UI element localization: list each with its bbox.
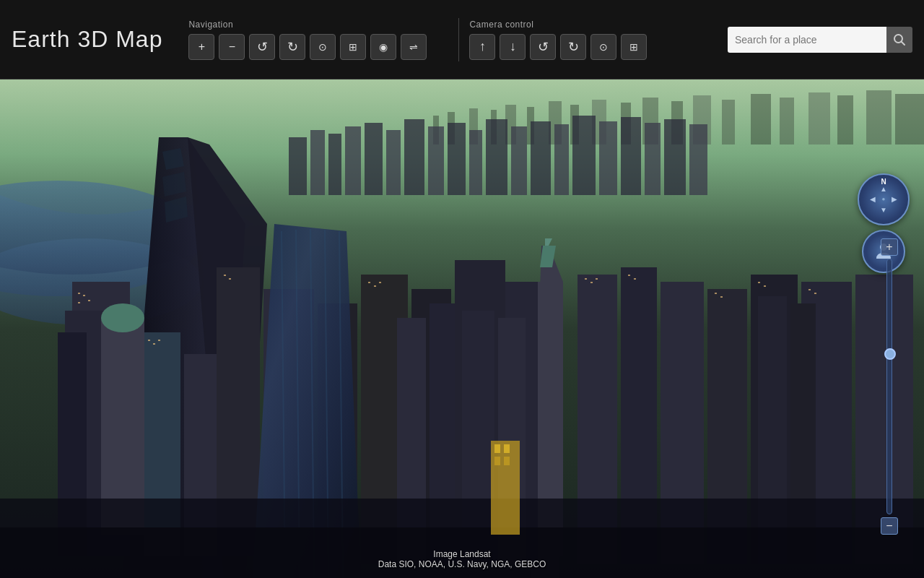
nav-rotate-left-button[interactable]: ↺ <box>249 34 275 60</box>
svg-rect-102 <box>590 282 593 283</box>
svg-rect-25 <box>289 137 307 195</box>
city-view <box>0 79 924 578</box>
svg-rect-18 <box>722 100 735 144</box>
navigation-label: Navigation <box>188 20 233 30</box>
svg-marker-47 <box>162 148 184 170</box>
app-title: Earth 3D Map <box>12 26 162 53</box>
svg-rect-40 <box>599 121 617 195</box>
svg-line-1 <box>902 41 905 45</box>
map-area[interactable]: Image Landsat Data SIO, NOAA, U.S. Navy,… <box>0 79 924 578</box>
svg-rect-22 <box>837 95 853 144</box>
svg-rect-42 <box>645 123 661 195</box>
svg-rect-116 <box>504 457 510 465</box>
compass-center[interactable]: ● <box>879 194 889 205</box>
zoom-in-button[interactable]: + <box>881 238 898 256</box>
svg-rect-28 <box>345 126 361 195</box>
svg-rect-103 <box>596 278 598 280</box>
cam-rotate-left-button[interactable]: ↺ <box>530 34 556 60</box>
cam-up-button[interactable]: ↑ <box>469 34 495 60</box>
camera-label: Camera control <box>469 20 533 30</box>
svg-rect-115 <box>494 457 500 465</box>
svg-rect-30 <box>386 130 401 195</box>
svg-rect-33 <box>448 123 466 195</box>
svg-rect-114 <box>504 444 510 453</box>
svg-rect-92 <box>88 300 90 301</box>
svg-rect-39 <box>572 116 596 195</box>
svg-rect-99 <box>374 285 376 287</box>
svg-rect-104 <box>628 275 630 276</box>
compass-s-arrow[interactable]: ▼ <box>879 204 889 215</box>
compass-w-arrow[interactable]: ◀ <box>868 194 879 205</box>
search-area <box>728 27 912 53</box>
nav-orbit-button[interactable]: ◉ <box>370 34 396 60</box>
svg-rect-112 <box>491 441 520 535</box>
compass-north-label: N <box>881 178 886 186</box>
svg-rect-108 <box>758 282 760 283</box>
svg-rect-100 <box>379 282 381 283</box>
nav-reset-tilt-button[interactable]: ⊙ <box>310 34 336 60</box>
camera-buttons: ↑ ↓ ↺ ↻ ⊙ ⊞ <box>469 34 647 60</box>
svg-rect-36 <box>511 126 527 195</box>
zoom-out-button[interactable]: − <box>881 517 898 535</box>
search-button[interactable] <box>886 27 912 53</box>
svg-rect-31 <box>404 119 424 195</box>
svg-rect-21 <box>808 92 830 144</box>
zoom-slider-thumb[interactable] <box>884 348 896 360</box>
svg-rect-96 <box>224 275 226 276</box>
compass-e-arrow[interactable]: ▶ <box>889 194 899 205</box>
svg-rect-95 <box>158 340 160 341</box>
svg-rect-89 <box>78 293 80 294</box>
svg-rect-109 <box>764 285 766 287</box>
svg-rect-27 <box>328 134 341 195</box>
svg-rect-41 <box>621 117 641 195</box>
compass-se <box>889 204 899 215</box>
svg-rect-37 <box>531 121 551 195</box>
svg-rect-113 <box>494 444 500 453</box>
navigation-section: Navigation + − ↺ ↻ ⊙ ⊞ ◉ ⇌ <box>188 20 427 60</box>
svg-rect-90 <box>83 295 85 296</box>
svg-rect-111 <box>814 293 816 294</box>
toolbar: Earth 3D Map Navigation + − ↺ ↻ ⊙ ⊞ ◉ ⇌ … <box>0 0 924 79</box>
svg-rect-24 <box>895 94 924 144</box>
map-background: Image Landsat Data SIO, NOAA, U.S. Navy,… <box>0 79 924 578</box>
compass-nw <box>868 184 879 194</box>
cam-rotate-right-button[interactable]: ↻ <box>560 34 586 60</box>
svg-rect-94 <box>153 343 155 345</box>
svg-rect-97 <box>229 278 231 280</box>
zoom-slider-track[interactable] <box>886 259 892 514</box>
svg-rect-35 <box>486 119 507 195</box>
nav-zoom-in-button[interactable]: + <box>188 34 214 60</box>
nav-top-view-button[interactable]: ⊞ <box>340 34 366 60</box>
svg-rect-32 <box>428 126 444 195</box>
toolbar-divider-1 <box>458 18 459 61</box>
svg-rect-23 <box>866 90 892 144</box>
svg-rect-19 <box>751 94 771 144</box>
svg-rect-44 <box>689 124 707 195</box>
cam-down-button[interactable]: ↓ <box>500 34 526 60</box>
svg-rect-106 <box>715 293 717 294</box>
svg-rect-38 <box>554 124 569 195</box>
svg-rect-43 <box>664 119 686 195</box>
compass-rose[interactable]: N ▲ ◀ ● ▶ ▼ <box>858 173 910 225</box>
compass-ne <box>889 184 899 194</box>
search-icon <box>893 33 906 46</box>
nav-zoom-out-button[interactable]: − <box>219 34 245 60</box>
nav-random-button[interactable]: ⇌ <box>401 34 427 60</box>
navigation-buttons: + − ↺ ↻ ⊙ ⊞ ◉ ⇌ <box>188 34 427 60</box>
svg-rect-34 <box>469 130 482 195</box>
svg-rect-93 <box>148 340 150 341</box>
svg-rect-29 <box>365 123 383 195</box>
svg-rect-110 <box>808 289 811 290</box>
svg-point-54 <box>101 303 144 332</box>
svg-rect-98 <box>368 282 370 283</box>
cam-reset-button[interactable]: ⊙ <box>590 34 616 60</box>
svg-rect-101 <box>585 278 587 280</box>
camera-section: Camera control ↑ ↓ ↺ ↻ ⊙ ⊞ <box>469 20 647 60</box>
svg-rect-107 <box>720 296 723 298</box>
svg-rect-91 <box>78 302 80 303</box>
search-input[interactable] <box>728 27 886 53</box>
compass-arrows: ▲ ◀ ● ▶ ▼ <box>868 184 899 215</box>
cam-overview-button[interactable]: ⊞ <box>621 34 647 60</box>
nav-rotate-right-button[interactable]: ↻ <box>279 34 305 60</box>
svg-rect-105 <box>634 278 636 280</box>
